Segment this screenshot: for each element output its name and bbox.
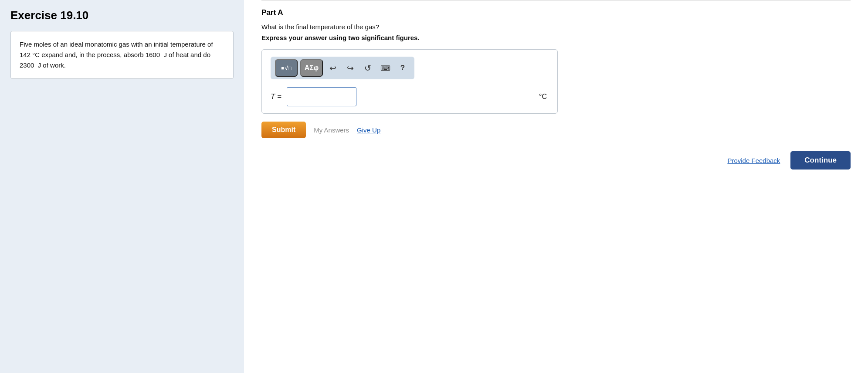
top-divider bbox=[261, 0, 851, 0]
continue-button[interactable]: Continue bbox=[790, 151, 851, 170]
keyboard-icon: ⌨ bbox=[380, 64, 390, 72]
question-text: What is the final temperature of the gas… bbox=[261, 23, 851, 31]
bottom-row: Provide Feedback Continue bbox=[261, 151, 851, 170]
left-panel: Exercise 19.10 Five moles of an ideal mo… bbox=[0, 0, 244, 373]
reset-icon: ↺ bbox=[364, 63, 371, 73]
part-label: Part A bbox=[261, 8, 851, 17]
greek-button[interactable]: ΑΣφ bbox=[300, 59, 323, 77]
my-answers-button[interactable]: My Answers bbox=[314, 126, 349, 134]
reset-button[interactable]: ↺ bbox=[360, 61, 375, 75]
answer-row: T = °C bbox=[271, 87, 549, 106]
answer-unit: °C bbox=[539, 93, 549, 101]
undo-button[interactable]: ↩ bbox=[326, 61, 340, 75]
answer-label: T = bbox=[271, 92, 281, 101]
instruction-text: Express your answer using two significan… bbox=[261, 34, 851, 41]
math-toolbar: ■ √□ ΑΣφ ↩ ↪ ↺ ⌨ ? bbox=[271, 57, 414, 79]
undo-icon: ↩ bbox=[329, 63, 336, 73]
action-row: Submit My Answers Give Up bbox=[261, 122, 851, 138]
redo-button[interactable]: ↪ bbox=[343, 61, 358, 75]
problem-box: Five moles of an ideal monatomic gas wit… bbox=[10, 31, 234, 79]
radical-icon: ■ bbox=[281, 65, 284, 71]
keyboard-button[interactable]: ⌨ bbox=[378, 61, 393, 75]
answer-container: ■ √□ ΑΣφ ↩ ↪ ↺ ⌨ ? T = bbox=[261, 49, 558, 114]
help-button[interactable]: ? bbox=[395, 61, 410, 75]
radical-button[interactable]: ■ √□ bbox=[275, 59, 298, 77]
provide-feedback-button[interactable]: Provide Feedback bbox=[727, 157, 780, 164]
redo-icon: ↪ bbox=[347, 63, 354, 73]
answer-input[interactable] bbox=[287, 87, 356, 106]
help-icon: ? bbox=[400, 64, 405, 72]
exercise-title: Exercise 19.10 bbox=[10, 9, 234, 22]
problem-text: Five moles of an ideal monatomic gas wit… bbox=[20, 41, 213, 69]
give-up-button[interactable]: Give Up bbox=[357, 126, 380, 134]
right-panel: Part A What is the final temperature of … bbox=[244, 0, 868, 373]
submit-button[interactable]: Submit bbox=[261, 122, 306, 138]
greek-label: ΑΣφ bbox=[305, 64, 319, 72]
radical-symbol: √□ bbox=[285, 65, 292, 71]
